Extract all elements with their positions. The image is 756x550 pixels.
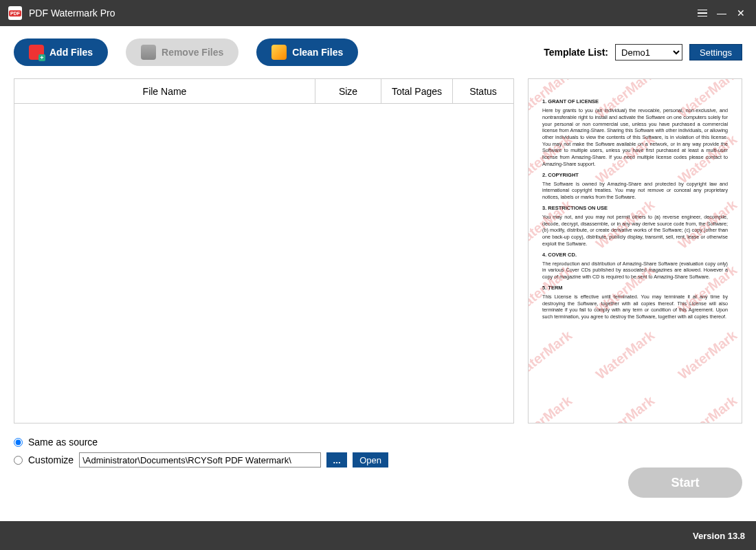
close-icon[interactable]: ✕ [731, 3, 751, 23]
toolbar: Add Files Remove Files Clean Files Templ… [14, 38, 742, 66]
same-as-source-label: Same as source [28, 437, 98, 448]
output-path-input[interactable] [79, 452, 321, 468]
add-files-label: Add Files [49, 47, 93, 58]
app-icon [8, 6, 22, 20]
minimize-icon[interactable]: — [712, 3, 731, 23]
add-files-button[interactable]: Add Files [14, 38, 108, 66]
template-select[interactable]: Demo1 [615, 44, 682, 60]
app-title: PDF Watermark Pro [29, 8, 115, 19]
col-header-size[interactable]: Size [315, 79, 381, 103]
add-file-icon [29, 45, 44, 60]
clean-icon [271, 45, 287, 60]
clean-files-label: Clean Files [292, 47, 343, 58]
clean-files-button[interactable]: Clean Files [256, 38, 358, 66]
col-header-filename[interactable]: File Name [14, 79, 315, 103]
settings-button[interactable]: Settings [689, 44, 742, 60]
customize-label: Customize [28, 454, 74, 465]
col-header-pages[interactable]: Total Pages [381, 79, 453, 103]
col-header-status[interactable]: Status [453, 79, 513, 103]
title-bar: PDF Watermark Pro — ✕ [0, 0, 756, 26]
remove-files-label: Remove Files [162, 47, 223, 58]
file-table: File Name Size Total Pages Status [14, 78, 514, 424]
hamburger-menu-icon[interactable] [693, 3, 712, 23]
browse-button[interactable]: ... [326, 452, 347, 468]
version-label: Version 13.8 [693, 531, 745, 541]
template-list-label: Template List: [544, 47, 608, 58]
preview-page: 1. GRANT OF LICENSE Here by grants to yo… [533, 83, 737, 419]
status-bar: Version 13.8 [0, 521, 756, 550]
output-panel: Same as source Customize ... Open [14, 433, 742, 469]
open-button[interactable]: Open [353, 452, 388, 468]
remove-files-button[interactable]: Remove Files [126, 38, 238, 66]
same-as-source-radio[interactable] [14, 438, 23, 447]
start-button[interactable]: Start [628, 468, 742, 498]
customize-radio[interactable] [14, 456, 23, 465]
trash-icon [141, 45, 156, 60]
preview-pane: 1. GRANT OF LICENSE Here by grants to yo… [528, 78, 742, 424]
